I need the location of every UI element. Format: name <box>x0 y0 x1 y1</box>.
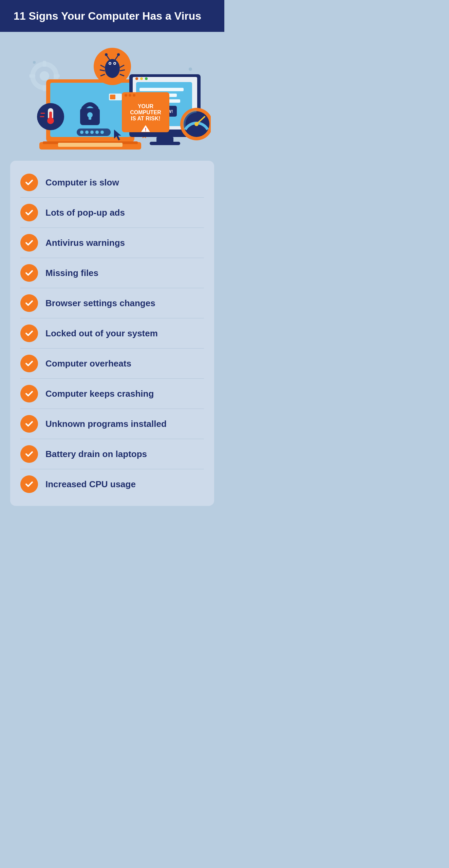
item-label-battery: Battery drain on laptops <box>45 449 147 459</box>
checklist-item-locked: Locked out of your system <box>20 318 204 349</box>
checklist-item-overheat: Computer overheats <box>20 349 204 379</box>
svg-point-8 <box>40 71 49 81</box>
check-icon-battery <box>20 445 38 463</box>
svg-rect-12 <box>54 74 60 78</box>
svg-point-23 <box>85 131 89 134</box>
check-icon-locked <box>20 324 38 342</box>
item-label-antivirus: Antivirus warnings <box>45 238 125 248</box>
svg-text:COMPUTER: COMPUTER <box>130 110 161 115</box>
item-label-locked: Locked out of your system <box>45 328 158 339</box>
item-label-popups: Lots of pop-up ads <box>45 208 125 218</box>
item-label-overheat: Computer overheats <box>45 358 131 369</box>
hero-illustration: ✕ ✕ <box>14 42 211 151</box>
svg-text:YOUR: YOUR <box>137 103 153 109</box>
item-label-crashing: Computer keeps crashing <box>45 389 154 399</box>
svg-point-46 <box>105 53 108 56</box>
svg-rect-11 <box>29 74 35 78</box>
svg-point-42 <box>109 63 111 64</box>
svg-text:IS AT RISK!: IS AT RISK! <box>131 116 160 121</box>
item-label-missing: Missing files <box>45 268 98 278</box>
check-icon-browser <box>20 294 38 312</box>
checklist-item-unknown: Unknown programs installed <box>20 409 204 439</box>
checklist-item-crashing: Computer keeps crashing <box>20 379 204 409</box>
svg-point-1 <box>189 67 192 71</box>
svg-point-22 <box>80 131 83 134</box>
svg-point-0 <box>33 61 36 64</box>
svg-point-68 <box>125 94 127 97</box>
page-header: 11 Signs Your Computer Has a Virus <box>0 0 224 32</box>
svg-rect-17 <box>58 143 123 147</box>
svg-rect-56 <box>156 137 173 142</box>
svg-point-58 <box>135 77 138 80</box>
svg-rect-20 <box>89 115 91 120</box>
svg-point-69 <box>129 94 131 97</box>
svg-rect-34 <box>49 112 52 119</box>
svg-rect-62 <box>139 88 184 91</box>
check-icon-missing <box>20 264 38 282</box>
check-icon-popups <box>20 204 38 221</box>
checklist-item-antivirus: Antivirus warnings <box>20 228 204 258</box>
checklist-item-browser: Browser settings changes <box>20 288 204 318</box>
item-label-browser: Browser settings changes <box>45 298 155 309</box>
svg-rect-10 <box>43 85 46 91</box>
svg-point-39 <box>106 60 118 70</box>
svg-rect-30 <box>110 95 115 99</box>
check-icon-overheat <box>20 355 38 372</box>
svg-point-60 <box>145 77 148 80</box>
svg-rect-9 <box>43 61 46 67</box>
item-label-slow: Computer is slow <box>45 177 119 188</box>
item-label-cpu: Increased CPU usage <box>45 479 136 490</box>
checklist-item-battery: Battery drain on laptops <box>20 439 204 469</box>
check-icon-antivirus <box>20 234 38 252</box>
svg-rect-57 <box>150 142 180 145</box>
checklist-container: Computer is slow Lots of pop-up ads Anti… <box>10 161 214 506</box>
checklist-item-missing: Missing files <box>20 258 204 288</box>
svg-point-43 <box>114 63 115 64</box>
check-icon-slow <box>20 174 38 191</box>
check-icon-cpu <box>20 475 38 493</box>
checklist-item-popups: Lots of pop-up ads <box>20 198 204 228</box>
check-icon-unknown <box>20 415 38 433</box>
item-label-unknown: Unknown programs installed <box>45 419 167 429</box>
svg-point-26 <box>100 131 104 134</box>
svg-point-24 <box>90 131 94 134</box>
checklist-item-cpu: Increased CPU usage <box>20 469 204 499</box>
check-icon-crashing <box>20 385 38 402</box>
page-title: 11 Signs Your Computer Has a Virus <box>14 9 211 22</box>
svg-point-47 <box>117 53 120 56</box>
svg-text:!: ! <box>145 127 146 132</box>
svg-point-59 <box>140 77 143 80</box>
checklist-item-slow: Computer is slow <box>20 167 204 198</box>
svg-point-70 <box>133 94 135 97</box>
illustration-area: ✕ ✕ <box>0 32 224 157</box>
svg-point-79 <box>194 122 199 126</box>
svg-point-25 <box>95 131 99 134</box>
